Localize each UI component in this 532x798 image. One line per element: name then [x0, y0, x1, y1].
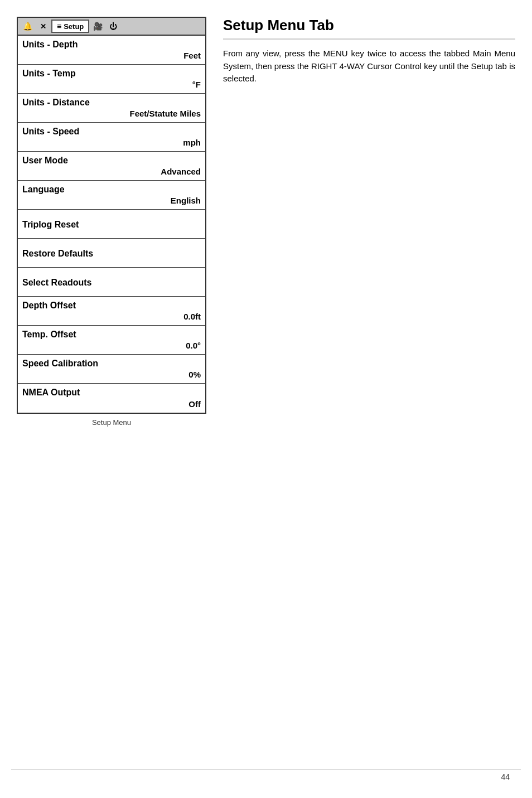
restore-defaults-label: Restore Defaults [22, 247, 201, 259]
close-icon[interactable]: ✕ [36, 20, 50, 32]
menu-item-units-speed[interactable]: Units - Speed mph [18, 123, 205, 152]
section-title: Setup Menu Tab [223, 17, 515, 40]
menu-item-units-distance[interactable]: Units - Distance Feet/Statute Miles [18, 94, 205, 123]
user-mode-label: User Mode [22, 154, 201, 166]
temp-offset-label: Temp. Offset [22, 328, 201, 340]
speed-calibration-value: 0% [22, 370, 201, 381]
menu-item-speed-calibration[interactable]: Speed Calibration 0% [18, 355, 205, 384]
menu-item-select-readouts[interactable]: Select Readouts [18, 268, 205, 297]
menu-item-triplog-reset[interactable]: Triplog Reset [18, 210, 205, 239]
tab-bar: 🔔 ✕ ≡ Setup 🎥 ⏻ [17, 17, 206, 35]
menu-item-units-depth[interactable]: Units - Depth Feet [18, 36, 205, 65]
units-depth-value: Feet [22, 51, 201, 62]
user-mode-value: Advanced [22, 167, 201, 178]
menu-item-depth-offset[interactable]: Depth Offset 0.0ft [18, 297, 205, 326]
units-speed-label: Units - Speed [22, 125, 201, 137]
units-depth-label: Units - Depth [22, 38, 201, 50]
right-panel: Setup Menu Tab From any view, press the … [223, 17, 515, 427]
device-menu-panel: 🔔 ✕ ≡ Setup 🎥 ⏻ Units - Depth Feet Units… [17, 17, 206, 427]
bottom-divider [11, 770, 521, 770]
units-temp-label: Units - Temp [22, 67, 201, 79]
units-distance-label: Units - Distance [22, 96, 201, 108]
menu-item-language[interactable]: Language English [18, 181, 205, 210]
menu-item-units-temp[interactable]: Units - Temp °F [18, 65, 205, 94]
triplog-reset-label: Triplog Reset [22, 218, 201, 230]
units-temp-value: °F [22, 80, 201, 91]
tab-setup-label: Setup [64, 22, 84, 31]
device-caption: Setup Menu [17, 418, 206, 427]
nmea-output-label: NMEA Output [22, 386, 201, 398]
menu-item-restore-defaults[interactable]: Restore Defaults [18, 239, 205, 268]
menu-item-temp-offset[interactable]: Temp. Offset 0.0° [18, 326, 205, 355]
speed-calibration-label: Speed Calibration [22, 357, 201, 369]
tab-setup[interactable]: ≡ Setup [51, 20, 89, 33]
camera-icon[interactable]: 🎥 [90, 20, 105, 32]
page-number: 44 [501, 772, 510, 781]
select-readouts-label: Select Readouts [22, 276, 201, 288]
depth-offset-label: Depth Offset [22, 299, 201, 311]
units-speed-value: mph [22, 138, 201, 149]
depth-offset-value: 0.0ft [22, 312, 201, 323]
setup-menu-icon: ≡ [57, 22, 61, 31]
section-body: From any view, press the MENU key twice … [223, 47, 515, 85]
language-value: English [22, 196, 201, 207]
language-label: Language [22, 183, 201, 195]
menu-item-nmea-output[interactable]: NMEA Output Off [18, 384, 205, 413]
nmea-output-value: Off [22, 399, 201, 410]
menu-list: Units - Depth Feet Units - Temp °F Units… [17, 35, 206, 414]
units-distance-value: Feet/Statute Miles [22, 109, 201, 120]
alert-icon[interactable]: 🔔 [20, 20, 35, 32]
temp-offset-value: 0.0° [22, 341, 201, 352]
menu-item-user-mode[interactable]: User Mode Advanced [18, 152, 205, 181]
power-icon[interactable]: ⏻ [106, 20, 120, 32]
